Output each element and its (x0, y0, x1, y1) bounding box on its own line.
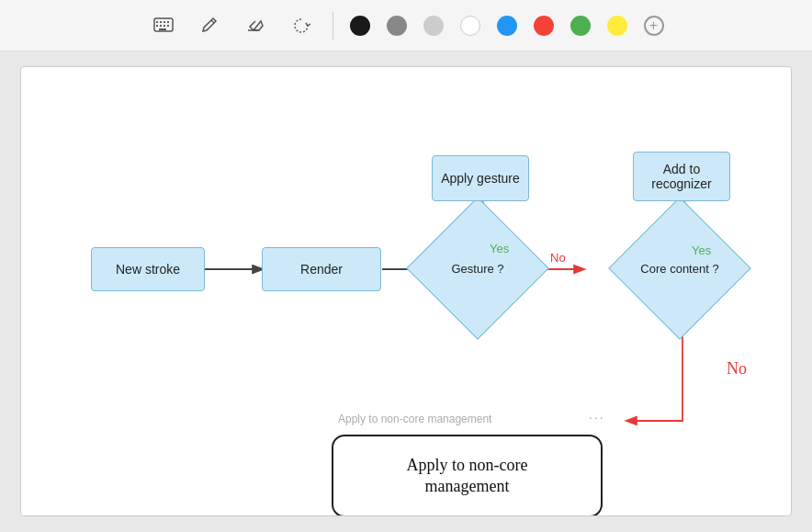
no-core-label: No (727, 359, 747, 379)
ghost-text: Apply to non-core management (338, 413, 491, 425)
color-white[interactable] (460, 16, 480, 36)
no-gesture-label: No (550, 251, 566, 265)
canvas[interactable]: New stroke Render Gesture ? Apply gestur… (20, 66, 792, 516)
svg-rect-4 (167, 21, 169, 23)
yes-gesture-label: Yes (490, 242, 509, 255)
svg-rect-3 (164, 21, 165, 23)
color-red[interactable] (534, 16, 554, 36)
color-green[interactable] (570, 16, 591, 36)
add-recognizer-label: Add to recognizer (651, 162, 711, 191)
core-content-label: Core content ? (640, 262, 718, 276)
color-blue[interactable] (497, 16, 517, 36)
color-black[interactable] (350, 16, 370, 36)
svg-rect-5 (156, 25, 158, 27)
svg-rect-7 (164, 25, 165, 27)
apply-gesture-box: Apply gesture (432, 155, 529, 201)
ghost-dots: ··· (589, 410, 605, 424)
new-stroke-label: New stroke (116, 262, 180, 277)
gesture-label: Gesture ? (451, 262, 503, 276)
add-color-button[interactable]: + (644, 16, 664, 36)
svg-rect-9 (159, 28, 166, 30)
new-stroke-box: New stroke (91, 247, 205, 291)
pen-button[interactable] (195, 11, 224, 40)
handwritten-box: Apply to non-coremanagement (332, 435, 603, 516)
handwritten-label: Apply to non-coremanagement (407, 455, 528, 498)
add-recognizer-box: Add to recognizer (633, 152, 730, 201)
svg-rect-6 (160, 25, 162, 27)
toolbar-divider (333, 12, 333, 40)
apply-gesture-label: Apply gesture (441, 171, 520, 186)
eraser-button[interactable] (241, 11, 270, 40)
toolbar: + (0, 0, 812, 51)
core-content-diamond: Core content ? (629, 218, 730, 319)
render-box: Render (262, 247, 381, 291)
svg-rect-8 (167, 25, 169, 27)
svg-rect-1 (156, 21, 158, 23)
color-yellow[interactable] (607, 16, 627, 36)
lasso-button[interactable] (287, 11, 316, 40)
svg-rect-2 (160, 21, 162, 23)
keyboard-button[interactable] (149, 11, 178, 40)
yes-core-label: Yes (692, 243, 711, 257)
color-light-gray[interactable] (423, 16, 444, 36)
render-label: Render (300, 262, 343, 277)
gesture-diamond: Gesture ? (427, 218, 528, 319)
color-gray[interactable] (387, 16, 407, 36)
